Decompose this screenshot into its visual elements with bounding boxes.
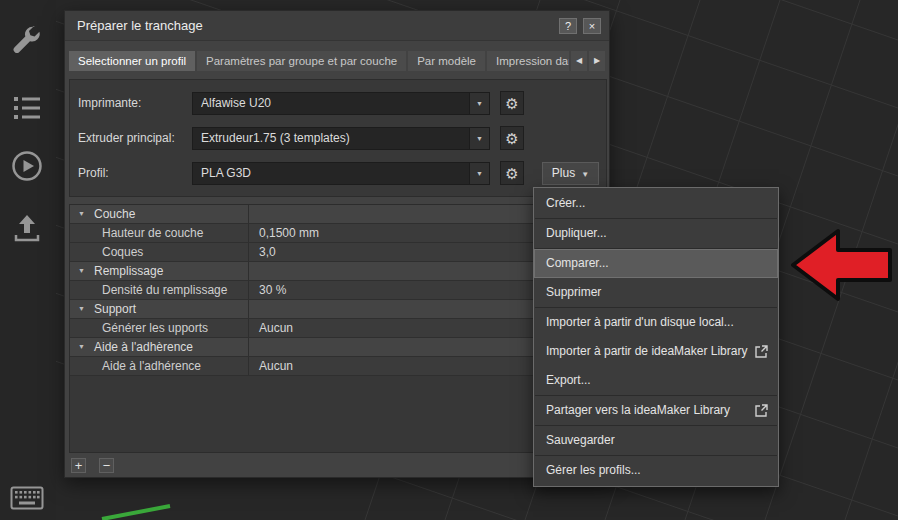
printer-settings-gear-button[interactable]: ⚙ bbox=[500, 91, 524, 115]
setting-label-cell: Aide à l'adhérence bbox=[70, 357, 249, 375]
plus-label: Plus bbox=[552, 166, 575, 180]
titlebar-buttons: ? × bbox=[559, 18, 601, 34]
setting-label-cell: Densité du remplissage bbox=[70, 281, 249, 299]
settings-wrench-button[interactable] bbox=[8, 22, 46, 60]
profile-select[interactable]: PLA G3D ▼ bbox=[192, 162, 490, 185]
group-label: Support bbox=[94, 300, 136, 318]
setting-value: 3,0 bbox=[249, 245, 276, 259]
extruder-label: Extruder principal: bbox=[78, 127, 190, 150]
chevron-down-icon: ▼ bbox=[581, 170, 589, 179]
tab-print-order[interactable]: Impression dans l'ord bbox=[487, 51, 569, 71]
tabs-scroll-right-button[interactable]: ▶ bbox=[589, 51, 605, 71]
extruder-select[interactable]: Extrudeur1.75 (3 templates) ▼ bbox=[192, 127, 490, 150]
keyboard-button[interactable] bbox=[8, 480, 46, 518]
tab-per-model[interactable]: Par modèle bbox=[408, 51, 485, 71]
setting-label: Hauteur de couche bbox=[102, 224, 203, 242]
build-plate-edge bbox=[102, 506, 170, 519]
chevron-down-icon: ▼ bbox=[469, 93, 489, 114]
remove-setting-button[interactable]: − bbox=[99, 458, 114, 473]
menu-item-gerer-profils[interactable]: Gérer les profils... bbox=[534, 456, 778, 485]
setting-label: Générer les upports bbox=[102, 319, 208, 337]
setting-value: 30 % bbox=[249, 283, 286, 297]
group-cell: ▼ Aide à l'adhèrence bbox=[70, 338, 249, 356]
menu-item-export[interactable]: Export... bbox=[534, 366, 778, 395]
setting-label-cell: Générer les upports bbox=[70, 319, 249, 337]
tab-params-per-group[interactable]: Paramètres par groupe et par couche bbox=[197, 51, 406, 71]
chevron-down-icon: ▼ bbox=[469, 163, 489, 184]
menu-item-label: Dupliquer... bbox=[546, 226, 607, 240]
setting-row-generate-supports[interactable]: Générer les upports Aucun bbox=[70, 319, 606, 338]
profile-context-menu: Créer... Dupliquer... Comparer... Suppri… bbox=[533, 187, 779, 487]
menu-item-label: Gérer les profils... bbox=[546, 463, 641, 477]
settings-group-remplissage[interactable]: ▼ Remplissage bbox=[70, 262, 606, 281]
printer-label: Imprimante: bbox=[78, 92, 190, 115]
profile-settings-gear-button[interactable]: ⚙ bbox=[500, 161, 524, 185]
settings-group-adhesion[interactable]: ▼ Aide à l'adhèrence bbox=[70, 338, 606, 357]
red-arrow-annotation bbox=[788, 224, 894, 306]
collapse-icon: ▼ bbox=[78, 262, 85, 280]
setting-row-shells[interactable]: Coques 3,0 bbox=[70, 243, 606, 262]
printer-value: Alfawise U20 bbox=[201, 93, 467, 114]
tabs-scroll-left-button[interactable]: ◀ bbox=[571, 51, 587, 71]
wrench-icon bbox=[11, 24, 43, 56]
menu-item-label: Partager vers la ideaMaker Library bbox=[546, 403, 730, 417]
group-label: Aide à l'adhèrence bbox=[94, 338, 193, 356]
group-cell: ▼ Support bbox=[70, 300, 249, 318]
menu-item-supprimer[interactable]: Supprimer bbox=[534, 278, 778, 307]
setting-value: Aucun bbox=[249, 321, 293, 335]
setting-row-layer-height[interactable]: Hauteur de couche 0,1500 mm bbox=[70, 224, 606, 243]
external-link-icon bbox=[755, 404, 768, 417]
dialog-titlebar[interactable]: Préparer le tranchage ? × bbox=[65, 11, 609, 41]
profile-value: PLA G3D bbox=[201, 163, 467, 184]
extruder-row: Extruder principal: Extrudeur1.75 (3 tem… bbox=[70, 127, 606, 151]
settings-group-support[interactable]: ▼ Support bbox=[70, 300, 606, 319]
menu-item-label: Comparer... bbox=[546, 256, 609, 270]
menu-item-sauvegarder[interactable]: Sauvegarder bbox=[534, 426, 778, 455]
collapse-icon: ▼ bbox=[78, 338, 85, 356]
toolbar-sidebar bbox=[0, 0, 56, 520]
setting-value: Aucun bbox=[249, 359, 293, 373]
upload-icon bbox=[11, 212, 43, 244]
menu-item-label: Créer... bbox=[546, 196, 585, 210]
close-button[interactable]: × bbox=[583, 18, 601, 34]
menu-item-share-ideamaker-library[interactable]: Partager vers la ideaMaker Library bbox=[534, 396, 778, 425]
plus-menu-button[interactable]: Plus▼ bbox=[542, 162, 599, 185]
group-cell: ▼ Couche bbox=[70, 205, 249, 223]
printer-select[interactable]: Alfawise U20 ▼ bbox=[192, 92, 490, 115]
model-list-button[interactable] bbox=[8, 90, 46, 128]
menu-item-creer[interactable]: Créer... bbox=[534, 189, 778, 218]
menu-item-import-local[interactable]: Importer à partir d'un disque local... bbox=[534, 308, 778, 337]
setting-row-adhesion-aid[interactable]: Aide à l'adhérence Aucun bbox=[70, 357, 606, 376]
menu-item-label: Importer à partir d'un disque local... bbox=[546, 315, 734, 329]
menu-item-label: Importer à partir de ideaMaker Library bbox=[546, 344, 747, 358]
extruder-value: Extrudeur1.75 (3 templates) bbox=[201, 128, 467, 149]
menu-item-label: Sauvegarder bbox=[546, 433, 615, 447]
settings-group-couche[interactable]: ▼ Couche bbox=[70, 205, 606, 224]
menu-item-label: Supprimer bbox=[546, 285, 601, 299]
help-button[interactable]: ? bbox=[559, 18, 577, 34]
tab-bar: Selectionner un profil Paramètres par gr… bbox=[69, 51, 605, 71]
menu-item-comparer[interactable]: Comparer... bbox=[534, 249, 778, 278]
upload-button[interactable] bbox=[8, 210, 46, 248]
settings-table: ▼ Couche Hauteur de couche 0,1500 mm Coq… bbox=[69, 204, 607, 453]
chevron-down-icon: ▼ bbox=[469, 128, 489, 149]
external-link-icon bbox=[755, 345, 768, 358]
printer-row: Imprimante: Alfawise U20 ▼ ⚙ bbox=[70, 92, 606, 116]
collapse-icon: ▼ bbox=[78, 300, 85, 318]
list-icon bbox=[12, 94, 42, 122]
keyboard-icon bbox=[10, 486, 44, 510]
setting-label: Coques bbox=[102, 243, 143, 261]
profile-row: Profil: PLA G3D ▼ ⚙ Plus▼ bbox=[70, 162, 606, 186]
setting-label-cell: Hauteur de couche bbox=[70, 224, 249, 242]
menu-item-dupliquer[interactable]: Dupliquer... bbox=[534, 219, 778, 248]
setting-label: Aide à l'adhérence bbox=[102, 357, 201, 375]
setting-row-infill-density[interactable]: Densité du remplissage 30 % bbox=[70, 281, 606, 300]
add-setting-button[interactable]: + bbox=[71, 458, 86, 473]
menu-item-import-ideamaker-library[interactable]: Importer à partir de ideaMaker Library bbox=[534, 337, 778, 366]
dialog-title: Préparer le tranchage bbox=[77, 11, 203, 41]
setting-label: Densité du remplissage bbox=[102, 281, 227, 299]
extruder-settings-gear-button[interactable]: ⚙ bbox=[500, 126, 524, 150]
profile-form-panel: Imprimante: Alfawise U20 ▼ ⚙ Extruder pr… bbox=[69, 79, 607, 197]
start-slice-button[interactable] bbox=[8, 148, 46, 186]
tab-select-profile[interactable]: Selectionner un profil bbox=[69, 51, 195, 71]
